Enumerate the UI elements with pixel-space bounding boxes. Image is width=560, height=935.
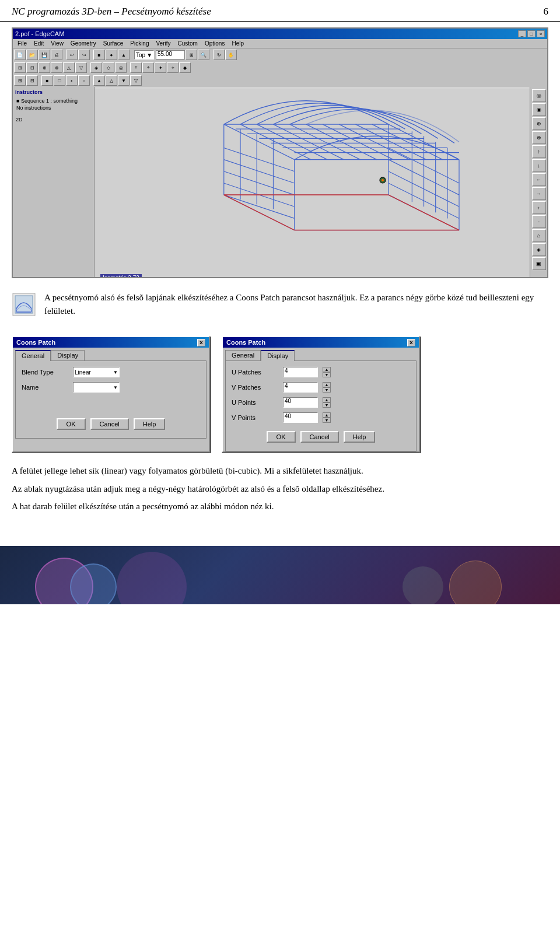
dialog-left-title: Coons Patch	[16, 339, 55, 346]
toolbar-save[interactable]: 💾	[38, 50, 50, 60]
toolbar-h3[interactable]: ▼	[118, 75, 130, 86]
dialog-right-help[interactable]: Help	[344, 431, 376, 443]
sidebar-right-btn-7[interactable]: ←	[532, 173, 546, 186]
toolbar-e3[interactable]: ✦	[155, 62, 166, 73]
view-dropdown[interactable]: Top ▼	[134, 50, 154, 59]
toolbar-f2[interactable]: ⊟	[26, 75, 38, 86]
zoom-input[interactable]: 55.00	[156, 50, 185, 59]
menu-options[interactable]: Options	[201, 39, 228, 48]
sidebar-right-btn-12[interactable]: ◈	[532, 243, 546, 256]
toolbar-c2[interactable]: ⊟	[26, 62, 38, 73]
u-points-input[interactable]: 40	[283, 397, 318, 408]
u-patches-input[interactable]: 4	[283, 367, 318, 377]
toolbar-d2[interactable]: ◇	[103, 62, 114, 73]
toolbar-new[interactable]: 📄	[14, 50, 26, 60]
menu-help[interactable]: Help	[228, 39, 247, 48]
toolbar-zoom-in[interactable]: 🔍	[198, 50, 209, 60]
menu-surface[interactable]: Surface	[100, 39, 127, 48]
menu-geometry[interactable]: Geometry	[67, 39, 100, 48]
toolbar-zoom-fit[interactable]: ⊞	[186, 50, 197, 60]
menu-picking[interactable]: Picking	[127, 39, 152, 48]
menu-verify[interactable]: Verify	[152, 39, 174, 48]
u-patches-up[interactable]: ▲	[323, 367, 331, 372]
toolbar-e4[interactable]: ✧	[167, 62, 178, 73]
sidebar-right-btn-1[interactable]: ◎	[532, 89, 546, 102]
toolbar-open[interactable]: 📂	[26, 50, 38, 60]
toolbar-h2[interactable]: △	[106, 75, 117, 86]
dialog-left-tab-general[interactable]: General	[15, 350, 51, 361]
toolbar-pan[interactable]: ✋	[225, 50, 237, 60]
mode-2d[interactable]: 2D	[15, 116, 92, 123]
dialog-left-body: Blend Type Linear ▼ Name ▼	[15, 360, 206, 439]
sidebar-right-btn-5[interactable]: ↑	[532, 145, 546, 158]
dialog-left-tab-display[interactable]: Display	[51, 350, 85, 360]
toolbar-b1[interactable]: ■	[93, 50, 105, 60]
toolbar-c6[interactable]: ▽	[75, 62, 87, 73]
toolbar-c3[interactable]: ⊕	[38, 62, 50, 73]
v-patches-down[interactable]: ▼	[323, 387, 331, 393]
toolbar-e5[interactable]: ◆	[179, 62, 191, 73]
toolbar-b2[interactable]: ●	[106, 50, 117, 60]
dialog-left-close[interactable]: ×	[197, 339, 205, 346]
body-paragraph-2: Az ablak nyugtázása után adjuk meg a nég…	[12, 482, 548, 496]
toolbar-e2[interactable]: ⌖	[142, 62, 154, 73]
name-select[interactable]: ▼	[73, 382, 120, 393]
toolbar-c4[interactable]: ⊗	[51, 62, 62, 73]
toolbar-print[interactable]: 🖨	[51, 50, 62, 60]
dialog-right-close[interactable]: ×	[407, 339, 415, 346]
menu-custom[interactable]: Custom	[174, 39, 201, 48]
toolbar-rotate[interactable]: ↻	[213, 50, 225, 60]
toolbar-e1[interactable]: ⌗	[130, 62, 142, 73]
sidebar-right-btn-6[interactable]: ↓	[532, 159, 546, 172]
dialog-right-tab-display[interactable]: Display	[261, 350, 295, 361]
toolbar-d1[interactable]: ◈	[90, 62, 102, 73]
maximize-button[interactable]: □	[527, 30, 536, 37]
blend-type-select[interactable]: Linear ▼	[73, 367, 120, 377]
toolbar-b3[interactable]: ▲	[118, 50, 130, 60]
sidebar-right-btn-9[interactable]: +	[532, 201, 546, 214]
toolbar-g3[interactable]: ▪	[66, 75, 78, 86]
dialog-left-cancel[interactable]: Cancel	[90, 418, 129, 430]
sidebar-item-2[interactable]: No instructions	[15, 104, 92, 111]
sidebar-right-btn-10[interactable]: -	[532, 215, 546, 228]
v-patches-up[interactable]: ▲	[323, 382, 331, 387]
v-points-up[interactable]: ▲	[323, 412, 331, 418]
dialog-right-cancel[interactable]: Cancel	[300, 431, 339, 443]
sidebar-right-btn-3[interactable]: ⊕	[532, 117, 546, 130]
toolbar-h1[interactable]: ▲	[93, 75, 105, 86]
v-points-input[interactable]: 40	[283, 412, 318, 423]
sidebar-right-btn-8[interactable]: →	[532, 187, 546, 200]
u-points-up[interactable]: ▲	[323, 397, 331, 402]
toolbar-g4[interactable]: ▫	[78, 75, 90, 86]
dialog-right-ok[interactable]: OK	[267, 431, 296, 443]
dialog-right-tab-general[interactable]: General	[225, 350, 261, 360]
u-patches-label: U Patches	[232, 369, 278, 376]
sidebar-right-btn-2[interactable]: ◉	[532, 103, 546, 116]
menu-bar: File Edit View Geometry Surface Picking …	[13, 39, 547, 48]
dialog-left-help[interactable]: Help	[134, 418, 166, 430]
sidebar-right-btn-4[interactable]: ⊗	[532, 131, 546, 144]
toolbar-c5[interactable]: △	[63, 62, 75, 73]
sidebar-right-btn-13[interactable]: ▣	[532, 257, 546, 270]
toolbar-redo[interactable]: ↪	[78, 50, 90, 60]
sidebar-right-btn-11[interactable]: ⌂	[532, 229, 546, 242]
toolbar-c1[interactable]: ⊞	[14, 62, 26, 73]
u-patches-down[interactable]: ▼	[323, 372, 331, 377]
toolbar-f1[interactable]: ⊞	[14, 75, 26, 86]
minimize-button[interactable]: _	[518, 30, 526, 37]
v-points-down[interactable]: ▼	[323, 418, 331, 423]
toolbar-g1[interactable]: ■	[41, 75, 53, 86]
dialog-right-titlebar: Coons Patch ×	[223, 337, 419, 348]
dialog-left-ok[interactable]: OK	[57, 418, 86, 430]
toolbar-g2[interactable]: □	[54, 75, 65, 86]
sidebar-item-1[interactable]: ■ Sequence 1 : something	[15, 97, 92, 104]
menu-view[interactable]: View	[47, 39, 67, 48]
u-points-down[interactable]: ▼	[323, 402, 331, 408]
toolbar-undo[interactable]: ↩	[66, 50, 78, 60]
toolbar-h4[interactable]: ▽	[130, 75, 142, 86]
toolbar-d3[interactable]: ◎	[115, 62, 127, 73]
close-button[interactable]: ×	[537, 30, 545, 37]
v-patches-input[interactable]: 4	[283, 382, 318, 393]
menu-file[interactable]: File	[14, 39, 30, 48]
menu-edit[interactable]: Edit	[30, 39, 47, 48]
